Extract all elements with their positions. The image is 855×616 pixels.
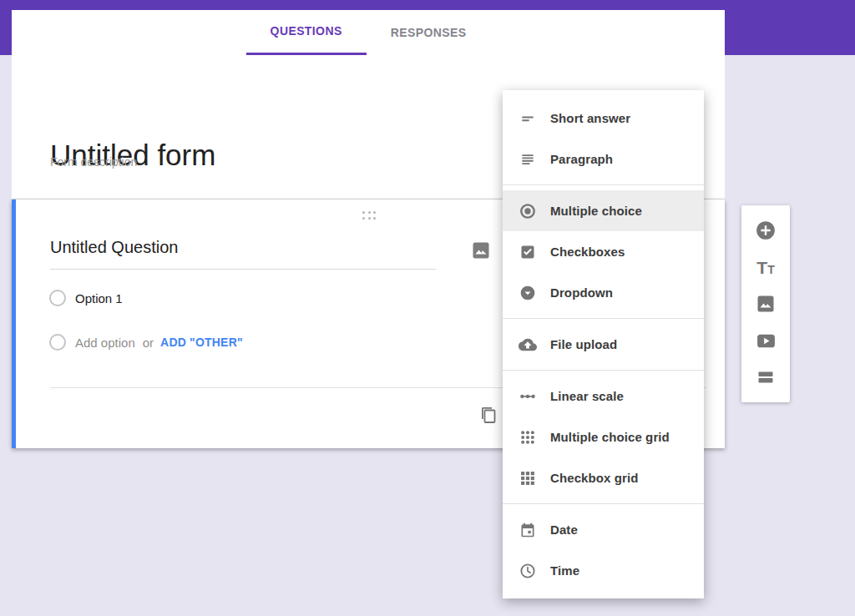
checkboxes-icon [518, 242, 538, 262]
menu-item-dropdown[interactable]: Dropdown [503, 272, 704, 313]
menu-item-label: Short answer [550, 111, 630, 125]
linear-scale-icon [518, 386, 538, 406]
tab-questions[interactable]: QUESTIONS [246, 10, 367, 55]
menu-item-checkbox-grid[interactable]: Checkbox grid [503, 457, 704, 498]
menu-item-checkboxes[interactable]: Checkboxes [503, 231, 704, 272]
tab-bar: QUESTIONS RESPONSES [12, 10, 725, 55]
or-text: or [143, 336, 154, 350]
menu-divider [503, 318, 704, 319]
option-label[interactable]: Option 1 [75, 291, 123, 305]
menu-item-label: File upload [550, 337, 617, 351]
question-title-field[interactable]: Untitled Question [50, 238, 436, 270]
add-title-button[interactable]: TT [747, 249, 784, 285]
tab-responses[interactable]: RESPONSES [367, 10, 491, 55]
menu-divider [503, 184, 704, 185]
drag-handle-icon[interactable] [362, 211, 377, 220]
add-section-button[interactable] [747, 359, 784, 396]
menu-item-label: Paragraph [550, 152, 613, 166]
short-answer-icon [518, 109, 538, 129]
menu-item-label: Linear scale [550, 389, 624, 403]
add-section-icon [756, 367, 776, 387]
add-option-button[interactable]: Add option [75, 336, 135, 350]
menu-item-linear-scale[interactable]: Linear scale [503, 376, 704, 417]
paragraph-icon [518, 149, 538, 169]
menu-divider [503, 370, 704, 371]
add-other-button[interactable]: ADD "OTHER" [160, 336, 243, 349]
question-type-menu: Short answer Paragraph Multiple choice C… [503, 90, 704, 598]
duplicate-question-button[interactable] [478, 406, 498, 426]
menu-item-label: Time [550, 563, 579, 578]
add-image-button[interactable] [747, 285, 784, 322]
menu-item-label: Multiple choice grid [550, 430, 670, 444]
form-side-toolbar: TT [741, 205, 790, 402]
menu-item-label: Checkbox grid [550, 471, 639, 485]
file-upload-icon [518, 335, 538, 355]
copy-icon [478, 406, 498, 426]
add-option-row: Add option or ADD "OTHER" [49, 334, 243, 351]
menu-item-label: Checkboxes [550, 245, 625, 259]
menu-item-file-upload[interactable]: File upload [503, 324, 704, 365]
multiple-choice-grid-icon [518, 427, 538, 447]
menu-item-date[interactable]: Date [503, 509, 704, 550]
form-description-field[interactable]: Form description [50, 155, 137, 169]
dropdown-icon [518, 283, 538, 303]
menu-item-paragraph[interactable]: Paragraph [503, 139, 704, 179]
add-image-icon [756, 294, 776, 314]
add-title-icon: TT [756, 259, 774, 276]
menu-item-multiple-choice-grid[interactable]: Multiple choice grid [503, 417, 704, 457]
multiple-choice-icon [518, 201, 538, 221]
menu-item-label: Multiple choice [550, 204, 642, 218]
menu-item-short-answer[interactable]: Short answer [503, 98, 704, 139]
add-image-to-question-button[interactable] [471, 240, 491, 260]
menu-item-multiple-choice[interactable]: Multiple choice [503, 190, 704, 231]
checkbox-grid-icon [518, 468, 538, 488]
add-question-icon [755, 220, 777, 241]
time-icon [518, 561, 538, 581]
add-question-button[interactable] [747, 212, 784, 249]
menu-item-label: Dropdown [550, 285, 613, 300]
add-video-button[interactable] [747, 322, 784, 359]
radio-circle-icon[interactable] [49, 290, 66, 306]
image-icon [471, 240, 491, 260]
active-question-indicator [12, 199, 16, 448]
radio-circle-icon [49, 334, 66, 351]
option-row-1: Option 1 [49, 290, 123, 306]
menu-item-time[interactable]: Time [503, 550, 704, 591]
menu-divider [503, 503, 704, 504]
menu-item-label: Date [550, 523, 578, 537]
add-video-icon [756, 331, 777, 351]
date-icon [518, 520, 538, 540]
